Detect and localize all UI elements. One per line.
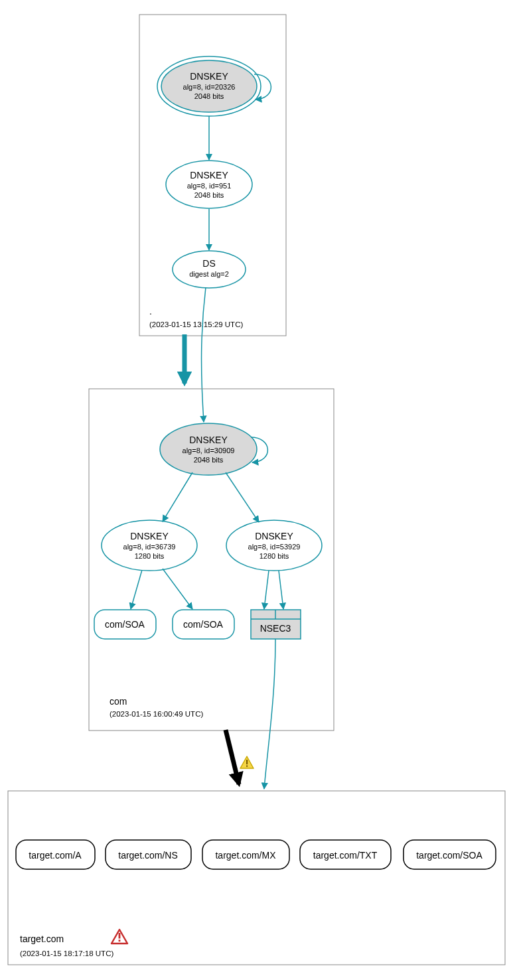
svg-text:target.com/TXT: target.com/TXT — [313, 850, 378, 861]
svg-text:com/SOA: com/SOA — [105, 619, 145, 630]
node-root-zsk: DNSKEY alg=8, id=951 2048 bits — [166, 161, 252, 208]
zone-target-label: target.com — [20, 934, 64, 944]
svg-text:alg=8, id=20326: alg=8, id=20326 — [183, 83, 236, 91]
svg-text:target.com/SOA: target.com/SOA — [416, 850, 482, 861]
node-target-soa: target.com/SOA — [404, 840, 496, 869]
node-target-mx: target.com/MX — [202, 840, 289, 869]
svg-rect-35 — [246, 760, 248, 764]
svg-text:DS: DS — [202, 258, 215, 269]
svg-text:alg=8, id=30909: alg=8, id=30909 — [183, 447, 235, 455]
node-root-ksk: DNSKEY alg=8, id=20326 2048 bits — [157, 56, 261, 116]
edge-root-ds-com-ksk — [202, 287, 206, 422]
node-target-txt: target.com/TXT — [300, 840, 391, 869]
node-com-nsec3: NSEC3 — [251, 610, 301, 639]
svg-text:1280 bits: 1280 bits — [135, 552, 165, 560]
warning-icon — [240, 756, 254, 768]
svg-text:com/SOA: com/SOA — [183, 619, 224, 630]
svg-text:2048 bits: 2048 bits — [194, 92, 224, 100]
svg-text:alg=8, id=36739: alg=8, id=36739 — [123, 543, 176, 551]
node-com-ksk: DNSKEY alg=8, id=30909 2048 bits — [160, 423, 257, 475]
node-com-zsk2: DNSKEY alg=8, id=53929 1280 bits — [226, 520, 322, 571]
svg-text:DNSKEY: DNSKEY — [189, 435, 228, 445]
edge-com-ksk-zsk2 — [226, 472, 259, 522]
svg-text:2048 bits: 2048 bits — [194, 191, 224, 199]
svg-text:target.com/A: target.com/A — [29, 850, 82, 861]
svg-text:DNSKEY: DNSKEY — [190, 170, 228, 180]
node-com-zsk1: DNSKEY alg=8, id=36739 1280 bits — [102, 520, 197, 571]
zone-root-label: . — [149, 306, 152, 316]
zone-root: . (2023-01-15 13:15:29 UTC) DNSKEY alg=8… — [139, 15, 286, 336]
svg-rect-36 — [246, 766, 248, 767]
svg-text:DNSKEY: DNSKEY — [130, 531, 169, 541]
svg-text:target.com/NS: target.com/NS — [118, 850, 177, 861]
zone-com-timestamp: (2023-01-15 16:00:49 UTC) — [110, 710, 203, 718]
svg-text:1280 bits: 1280 bits — [259, 552, 289, 560]
svg-rect-37 — [8, 791, 505, 965]
dnssec-diagram: . (2023-01-15 13:15:29 UTC) DNSKEY alg=8… — [0, 0, 515, 980]
edge-com-nsec3-target — [264, 639, 275, 789]
svg-text:2048 bits: 2048 bits — [194, 456, 224, 464]
svg-text:DNSKEY: DNSKEY — [255, 531, 293, 541]
node-com-soa2: com/SOA — [173, 610, 234, 639]
zone-target: target.com (2023-01-15 18:17:18 UTC) tar… — [8, 791, 505, 965]
zone-root-timestamp: (2023-01-15 13:15:29 UTC) — [149, 320, 243, 328]
zone-com-label: com — [110, 696, 127, 707]
svg-text:alg=8, id=53929: alg=8, id=53929 — [248, 543, 301, 551]
edge-com-target-delegation — [226, 730, 239, 784]
svg-text:target.com/MX: target.com/MX — [215, 850, 276, 861]
node-target-ns: target.com/NS — [106, 840, 191, 869]
svg-text:NSEC3: NSEC3 — [260, 623, 291, 634]
edge-com-zsk2-nsec3a — [264, 571, 269, 609]
svg-point-10 — [173, 251, 246, 288]
edge-com-ksk-zsk1 — [163, 472, 192, 522]
svg-text:DNSKEY: DNSKEY — [190, 71, 228, 82]
node-com-soa1: com/SOA — [94, 610, 156, 639]
svg-text:digest alg=2: digest alg=2 — [189, 270, 229, 278]
svg-text:alg=8, id=951: alg=8, id=951 — [187, 182, 232, 190]
zone-com: com (2023-01-15 16:00:49 UTC) DNSKEY alg… — [89, 389, 334, 731]
node-root-ds: DS digest alg=2 — [173, 251, 246, 288]
zone-target-timestamp: (2023-01-15 18:17:18 UTC) — [20, 949, 113, 957]
edge-com-zsk1-soa2 — [163, 569, 192, 609]
node-target-a: target.com/A — [16, 840, 95, 869]
edge-com-zsk1-soa1 — [131, 570, 142, 609]
edge-com-zsk2-nsec3b — [279, 571, 283, 609]
error-icon — [111, 930, 127, 944]
svg-rect-40 — [119, 940, 121, 942]
svg-rect-39 — [119, 933, 121, 939]
